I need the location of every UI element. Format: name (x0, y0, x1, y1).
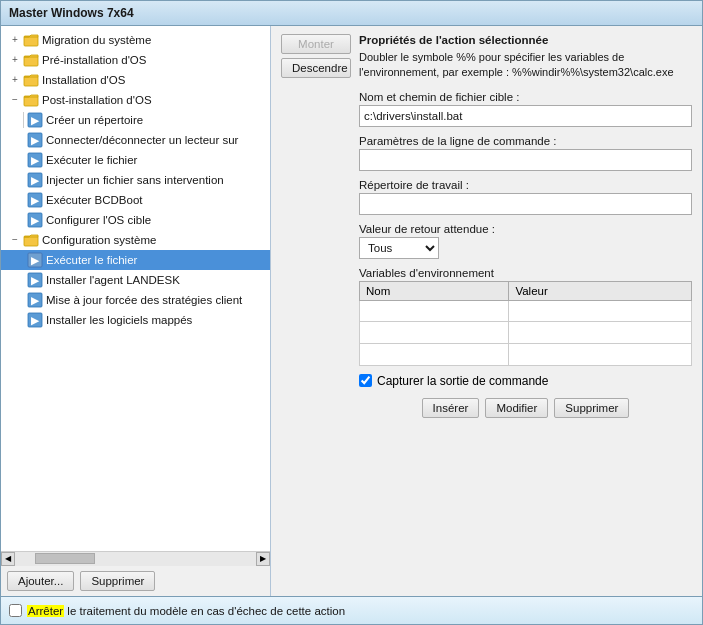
right-top-area: Monter Descendre Propriétés de l'action … (281, 34, 692, 428)
bottom-bar-text: Arrêter le traitement du modèle en cas d… (27, 605, 345, 617)
horizontal-scrollbar[interactable]: ◀ ▶ (1, 551, 270, 565)
expand-icon-config-sys[interactable]: − (7, 232, 23, 248)
folder-icon-install (23, 72, 39, 88)
tree-item-config-sys-label: Configuration système (42, 234, 156, 246)
svg-text:▶: ▶ (31, 195, 40, 206)
tree-item-preinstall-label: Pré-installation d'OS (42, 54, 146, 66)
env-row-empty1 (360, 300, 692, 322)
modifier-button[interactable]: Modifier (485, 398, 548, 418)
env-col-value: Valeur (509, 281, 692, 300)
window-title: Master Windows 7x64 (9, 6, 134, 20)
tree-item-injecter-label: Injecter un fichier sans intervention (46, 174, 224, 186)
supprimer-right-button[interactable]: Supprimer (554, 398, 629, 418)
action-icon-creer: ▶ (27, 112, 43, 128)
monter-button[interactable]: Monter (281, 34, 351, 54)
tree-item-config-sys[interactable]: − Configuration système (1, 230, 270, 250)
env-col-name: Nom (360, 281, 509, 300)
scroll-right-btn[interactable]: ▶ (256, 552, 270, 566)
tree-item-configurer-label: Configurer l'OS cible (46, 214, 151, 226)
tree-item-majforcee-label: Mise à jour forcée des stratégies client (46, 294, 242, 306)
action-icon-configurer: ▶ (27, 212, 43, 228)
expand-icon[interactable]: + (7, 32, 23, 48)
svg-text:▶: ▶ (31, 115, 40, 126)
ajouter-button[interactable]: Ajouter... (7, 571, 74, 591)
tree-item-migration[interactable]: + Migration du système (1, 30, 270, 50)
tree-item-migration-label: Migration du système (42, 34, 151, 46)
svg-text:▶: ▶ (31, 215, 40, 226)
bottom-bar: Arrêter le traitement du modèle en cas d… (1, 596, 702, 624)
params-input[interactable] (359, 149, 692, 171)
stop-on-error-checkbox[interactable] (9, 604, 22, 617)
folder-icon-postinstall (23, 92, 39, 108)
supprimer-left-button[interactable]: Supprimer (80, 571, 155, 591)
file-path-input[interactable] (359, 105, 692, 127)
left-panel: + Migration du système + Pré-installatio… (1, 26, 271, 596)
tree-item-bcdboot[interactable]: ▶ Exécuter BCDBoot (1, 190, 270, 210)
title-bar: Master Windows 7x64 (1, 1, 702, 26)
tree-item-bcdboot-label: Exécuter BCDBoot (46, 194, 143, 206)
svg-rect-2 (24, 76, 38, 86)
svg-rect-1 (24, 56, 38, 66)
properties-col: Propriétés de l'action sélectionnée Doub… (359, 34, 692, 428)
main-content: + Migration du système + Pré-installatio… (1, 26, 702, 596)
action-icon-executer2: ▶ (27, 252, 43, 268)
insert-buttons-row: Insérer Modifier Supprimer (359, 398, 692, 418)
tree-item-configurer[interactable]: ▶ Configurer l'OS cible (1, 210, 270, 230)
tree-item-executer2-label: Exécuter le fichier (46, 254, 137, 266)
return-value-select[interactable]: Tous 0 1 2 (359, 237, 439, 259)
tree-item-logiciels-label: Installer les logiciels mappés (46, 314, 192, 326)
move-buttons-col: Monter Descendre (281, 34, 351, 428)
return-value-label: Valeur de retour attendue : (359, 223, 692, 235)
env-row-empty3 (360, 344, 692, 366)
expand-icon-install[interactable]: + (7, 72, 23, 88)
description-text: Doubler le symbole %% pour spécifier les… (359, 50, 692, 81)
tree-item-creer[interactable]: ▶ Créer un répertoire (1, 110, 270, 130)
tree-item-landesk-label: Installer l'agent LANDESK (46, 274, 180, 286)
action-icon-majforcee: ▶ (27, 292, 43, 308)
tree-item-executer2[interactable]: ▶ Exécuter le fichier (1, 250, 270, 270)
expand-icon-preinstall[interactable]: + (7, 52, 23, 68)
tree-item-preinstall[interactable]: + Pré-installation d'OS (1, 50, 270, 70)
tree-item-executer1[interactable]: ▶ Exécuter le fichier (1, 150, 270, 170)
folder-icon-preinstall (23, 52, 39, 68)
scroll-thumb[interactable] (35, 553, 95, 564)
arrete-highlight: Arrêter (27, 605, 64, 617)
capture-row: Capturer la sortie de commande (359, 374, 692, 388)
inserer-button[interactable]: Insérer (422, 398, 480, 418)
svg-rect-16 (24, 236, 38, 246)
tree-item-install-label: Installation d'OS (42, 74, 125, 86)
tree-item-majforcee[interactable]: ▶ Mise à jour forcée des stratégies clie… (1, 290, 270, 310)
capture-checkbox[interactable] (359, 374, 372, 387)
folder-icon (23, 32, 39, 48)
expand-icon-postinstall[interactable]: − (7, 92, 23, 108)
action-icon-logiciels: ▶ (27, 312, 43, 328)
work-dir-input[interactable] (359, 193, 692, 215)
tree-item-injecter[interactable]: ▶ Injecter un fichier sans intervention (1, 170, 270, 190)
svg-text:▶: ▶ (31, 295, 40, 306)
tree-container[interactable]: + Migration du système + Pré-installatio… (1, 26, 270, 551)
scroll-track[interactable] (15, 552, 256, 566)
tree-item-install[interactable]: + Installation d'OS (1, 70, 270, 90)
action-icon-bcdboot: ▶ (27, 192, 43, 208)
right-panel: Monter Descendre Propriétés de l'action … (271, 26, 702, 596)
env-vars-label: Variables d'environnement (359, 267, 692, 279)
scroll-left-btn[interactable]: ◀ (1, 552, 15, 566)
svg-text:▶: ▶ (31, 175, 40, 186)
file-path-label: Nom et chemin de fichier cible : (359, 91, 692, 103)
env-vars-table: Nom Valeur (359, 281, 692, 366)
tree-item-landesk[interactable]: ▶ Installer l'agent LANDESK (1, 270, 270, 290)
svg-rect-3 (24, 96, 38, 106)
tree-item-connecter[interactable]: ▶ Connecter/déconnecter un lecteur sur (1, 130, 270, 150)
bottom-bar-suffix: le traitement du modèle en cas d'échec d… (67, 605, 345, 617)
descendre-button[interactable]: Descendre (281, 58, 351, 78)
action-icon-connecter: ▶ (27, 132, 43, 148)
capture-label: Capturer la sortie de commande (377, 374, 548, 388)
tree-item-logiciels[interactable]: ▶ Installer les logiciels mappés (1, 310, 270, 330)
tree-item-postinstall[interactable]: − Post-installation d'OS (1, 90, 270, 110)
svg-text:▶: ▶ (31, 315, 40, 326)
action-icon-executer1: ▶ (27, 152, 43, 168)
params-label: Paramètres de la ligne de commande : (359, 135, 692, 147)
svg-text:▶: ▶ (31, 155, 40, 166)
env-rows (360, 300, 692, 365)
svg-text:▶: ▶ (31, 275, 40, 286)
